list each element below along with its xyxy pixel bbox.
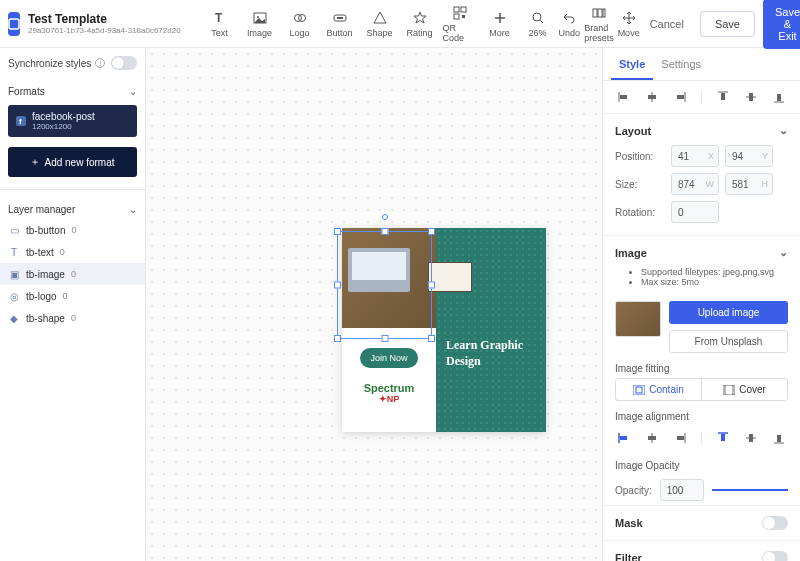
fitting-cover[interactable]: Cover [701, 379, 787, 400]
info-icon[interactable]: i [95, 58, 105, 68]
position-label: Position: [615, 151, 671, 162]
layer-manager-header[interactable]: Layer manager ⌄ [0, 196, 145, 219]
tool-logo[interactable]: Logo [281, 1, 319, 47]
add-format-button[interactable]: ＋ Add new format [8, 147, 137, 177]
img-align-center-icon[interactable] [645, 432, 659, 444]
brand-presets[interactable]: Brand presets [582, 1, 616, 47]
rotation-input[interactable]: 0 [671, 201, 719, 223]
layer-tb-logo[interactable]: ◎tb-logo0 [0, 285, 145, 307]
align-row [603, 81, 800, 114]
tool-image[interactable]: Image [241, 1, 279, 47]
svg-rect-14 [598, 9, 602, 17]
shape-icon: ◆ [8, 312, 20, 324]
mask-toggle[interactable] [762, 516, 788, 530]
search-icon [530, 10, 546, 26]
size-label: Size: [615, 179, 671, 190]
svg-rect-10 [454, 14, 459, 19]
svg-rect-31 [721, 434, 725, 441]
img-align-right-icon[interactable] [673, 432, 687, 444]
facebook-icon: f [16, 116, 26, 126]
template-title: Test Template [28, 12, 181, 26]
svg-text:f: f [19, 117, 22, 126]
resize-handle-br[interactable] [428, 335, 435, 342]
canvas[interactable]: Join Now Spectrum ✦NP Learn Graphic Desi… [146, 48, 602, 561]
image-thumbnail[interactable] [615, 301, 661, 337]
chevron-down-icon: ⌄ [779, 246, 788, 259]
selection-frame[interactable] [337, 231, 432, 339]
resize-handle-tr[interactable] [428, 228, 435, 235]
size-h-input[interactable]: 581H [725, 173, 773, 195]
img-align-left-icon[interactable] [617, 432, 631, 444]
svg-rect-27 [725, 385, 733, 395]
rotate-handle[interactable] [382, 214, 388, 220]
position-y-input[interactable]: 94Y [725, 145, 773, 167]
mask-section[interactable]: Mask [603, 505, 800, 540]
opacity-input[interactable]: 100 [660, 479, 704, 501]
align-bottom-icon[interactable] [772, 91, 786, 103]
tool-rating[interactable]: Rating [401, 1, 439, 47]
align-left-icon[interactable] [617, 91, 631, 103]
fitting-contain[interactable]: Contain [616, 379, 701, 400]
tab-style[interactable]: Style [611, 48, 653, 80]
opacity-row: Opacity: 100 [603, 475, 800, 505]
tool-shape[interactable]: Shape [361, 1, 399, 47]
star-icon [412, 10, 428, 26]
align-middle-icon[interactable] [744, 91, 758, 103]
save-exit-button[interactable]: Save & Exit [763, 0, 800, 49]
filter-toggle[interactable] [762, 551, 788, 561]
resize-handle-ml[interactable] [334, 282, 341, 289]
filter-section[interactable]: Filter [603, 540, 800, 561]
join-now-button[interactable]: Join Now [360, 348, 417, 368]
tab-settings[interactable]: Settings [653, 48, 709, 80]
canvas-heading[interactable]: Learn Graphic Design [446, 338, 536, 369]
move-button[interactable]: Move [616, 6, 642, 42]
image-icon: ▣ [8, 268, 20, 280]
tool-text[interactable]: TText [201, 1, 239, 47]
fitting-segment: Contain Cover [615, 378, 788, 401]
logo-icon: ◎ [8, 290, 20, 302]
layer-tb-text[interactable]: Ttb-text0 [0, 241, 145, 263]
cancel-button[interactable]: Cancel [642, 12, 692, 36]
undo-icon [561, 10, 577, 26]
right-panel: Style Settings Layout⌄ Position: 41X 94Y… [602, 48, 800, 561]
img-align-middle-icon[interactable] [744, 432, 758, 444]
resize-handle-tm[interactable] [381, 228, 388, 235]
undo-button[interactable]: Undo [557, 6, 583, 42]
svg-rect-8 [454, 7, 459, 12]
svg-rect-15 [603, 9, 605, 17]
layer-tb-shape[interactable]: ◆tb-shape0 [0, 307, 145, 329]
tool-button[interactable]: Button [321, 1, 359, 47]
sync-styles-row: Synchronize styles i [0, 48, 145, 78]
size-w-input[interactable]: 874W [671, 173, 719, 195]
position-x-input[interactable]: 41X [671, 145, 719, 167]
from-unsplash-button[interactable]: From Unsplash [669, 330, 788, 353]
align-top-icon[interactable] [716, 91, 730, 103]
image-header[interactable]: Image⌄ [615, 246, 788, 259]
resize-handle-mr[interactable] [428, 282, 435, 289]
upload-image-button[interactable]: Upload image [669, 301, 788, 324]
resize-handle-tl[interactable] [334, 228, 341, 235]
zoom-level[interactable]: 26% [527, 6, 549, 42]
save-button[interactable]: Save [700, 11, 755, 37]
tool-more[interactable]: More [481, 1, 519, 47]
resize-handle-bl[interactable] [334, 335, 341, 342]
svg-rect-23 [777, 94, 781, 101]
layout-header[interactable]: Layout⌄ [615, 124, 788, 137]
formats-header[interactable]: Formats ⌄ [0, 78, 145, 101]
img-align-bottom-icon[interactable] [772, 432, 786, 444]
img-align-top-icon[interactable] [716, 432, 730, 444]
layer-tb-button[interactable]: ▭tb-button0 [0, 219, 145, 241]
align-right-icon[interactable] [673, 91, 687, 103]
layer-tb-image[interactable]: ▣tb-image0 [0, 263, 145, 285]
tabs: Style Settings [603, 48, 800, 81]
align-center-icon[interactable] [645, 91, 659, 103]
plus-icon [492, 10, 508, 26]
resize-handle-bm[interactable] [381, 335, 388, 342]
sync-toggle[interactable] [111, 56, 137, 70]
svg-rect-9 [461, 7, 466, 12]
rotation-label: Rotation: [615, 207, 671, 218]
format-facebook-post[interactable]: f facebook-post 1200x1200 [8, 105, 137, 137]
opacity-slider[interactable] [712, 489, 788, 491]
svg-rect-11 [462, 15, 465, 18]
tool-qrcode[interactable]: QR Code [441, 1, 479, 47]
